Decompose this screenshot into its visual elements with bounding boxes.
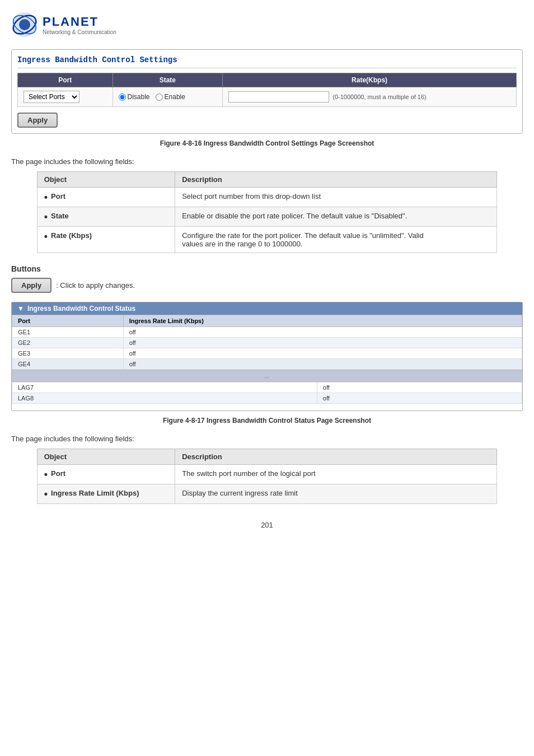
table-row: • Ingress Rate Limit (Kbps) Display the … <box>37 484 497 504</box>
status-col-rate: Ingress Rate Limit (Kbps) <box>123 315 522 327</box>
desc2-ingress-rate-desc: Display the current ingress rate limit <box>175 484 497 504</box>
description1-table: Object Description • Port Select port nu… <box>37 171 498 253</box>
desc1-col-object: Object <box>37 172 175 188</box>
status-rate-ge4: off <box>123 359 522 370</box>
desc2-col-description: Description <box>175 449 497 465</box>
enable-radio-label[interactable]: Enable <box>156 93 185 101</box>
status-port-ge1: GE1 <box>12 327 124 338</box>
status-box-title: Ingress Bandwidth Control Status <box>27 305 135 312</box>
table-row: GE3 off <box>12 348 522 359</box>
figure1-caption-text: Figure 4-8-16 Ingress Bandwidth Control … <box>160 139 374 147</box>
description2-table: Object Description • Port The switch por… <box>37 449 498 504</box>
desc1-rate-line1: Configure the rate for the port policer.… <box>182 231 424 240</box>
table-row: • State Enable or disable the port rate … <box>37 207 497 227</box>
col-header-state: State <box>113 73 223 87</box>
apply-description: : Click to apply changes. <box>56 281 135 290</box>
table-row: GE1 off <box>12 327 522 338</box>
scroll-gap-indicator: ... <box>12 370 522 382</box>
status-port-lag7: LAG7 <box>12 382 317 393</box>
state-cell: Disable Enable <box>113 87 223 107</box>
disable-label: Disable <box>128 93 150 101</box>
disable-radio-label[interactable]: Disable <box>119 93 150 101</box>
col-header-rate: Rate(Kbps) <box>223 73 517 87</box>
object-state-item: • State <box>44 212 168 222</box>
buttons-apply-button[interactable]: Apply <box>11 278 51 293</box>
rate-hint: (0-1000000, must a multiple of 16) <box>332 94 427 100</box>
settings-table: Port State Rate(Kbps) Select Ports GE1 G… <box>17 73 517 107</box>
bullet-icon: • <box>44 469 48 479</box>
status-table-bottom: LAG7 off LAG8 off <box>12 382 522 404</box>
status-table: Port Ingress Rate Limit (Kbps) GE1 off G… <box>12 315 522 370</box>
object-port2-item: • Port <box>44 469 168 479</box>
description1-intro: The page includes the following fields: <box>11 157 523 166</box>
desc1-port-desc: Select port number from this drop-down l… <box>175 188 497 207</box>
status-port-ge3: GE3 <box>12 348 124 359</box>
buttons-section: Buttons Apply : Click to apply changes. <box>11 264 523 293</box>
object-port-label: Port <box>51 192 65 200</box>
status-rate-ge2: off <box>123 338 522 348</box>
table-row: LAG7 off <box>12 382 522 393</box>
page-number: 201 <box>11 521 523 529</box>
object-port-item: • Port <box>44 192 168 202</box>
figure2-caption-text: Figure 4-8-17 Ingress Bandwidth Control … <box>163 417 371 424</box>
status-rate-ge1: off <box>123 327 522 338</box>
bullet-icon: • <box>44 192 48 202</box>
object-ingress-rate-label: Ingress Rate Limit (Kbps) <box>51 489 139 497</box>
rate-input[interactable] <box>228 91 329 102</box>
logo-area: PLANET Networking & Communication <box>11 11 523 38</box>
table-row: • Port The switch port number of the log… <box>37 465 497 484</box>
bullet-icon: • <box>44 489 48 499</box>
col-header-port: Port <box>18 73 113 87</box>
status-port-lag8: LAG8 <box>12 393 317 404</box>
select-ports-dropdown[interactable]: Select Ports GE1 GE2 <box>24 91 79 103</box>
disable-radio[interactable] <box>119 94 126 101</box>
desc1-col-description: Description <box>175 172 497 188</box>
status-port-ge2: GE2 <box>12 338 124 348</box>
svg-point-2 <box>19 19 30 30</box>
description2-intro: The page includes the following fields: <box>11 435 523 443</box>
buttons-desc: Apply : Click to apply changes. <box>11 278 523 293</box>
object-ingress-rate-item: • Ingress Rate Limit (Kbps) <box>44 489 168 499</box>
bullet-icon: • <box>44 231 48 241</box>
enable-radio[interactable] <box>156 94 163 101</box>
buttons-section-title: Buttons <box>11 264 523 273</box>
status-rate-ge3: off <box>123 348 522 359</box>
object-rate-label: Rate (Kbps) <box>51 231 92 240</box>
figure1-caption: Figure 4-8-16 Ingress Bandwidth Control … <box>11 139 523 147</box>
logo-tagline: Networking & Communication <box>43 29 116 35</box>
status-col-port: Port <box>12 315 124 327</box>
rate-cell: (0-1000000, must a multiple of 16) <box>223 87 517 107</box>
rate-input-wrapper: (0-1000000, must a multiple of 16) <box>228 91 510 102</box>
object-state-label: State <box>51 212 69 220</box>
status-rate-lag8: off <box>317 393 522 404</box>
table-row: GE2 off <box>12 338 522 348</box>
desc2-col-object: Object <box>37 449 175 465</box>
object-rate-item: • Rate (Kbps) <box>44 231 168 241</box>
status-box-header: ▼ Ingress Bandwidth Control Status <box>12 302 522 315</box>
settings-apply-button[interactable]: Apply <box>17 113 58 128</box>
scroll-ellipsis: ... <box>264 372 269 379</box>
settings-box: Ingress Bandwidth Control Settings Port … <box>11 49 523 134</box>
logo-planet: PLANET <box>43 15 116 29</box>
figure2-caption: Figure 4-8-17 Ingress Bandwidth Control … <box>11 417 523 424</box>
bullet-icon: • <box>44 212 48 222</box>
logo-text: PLANET Networking & Communication <box>43 15 116 35</box>
status-rate-lag7: off <box>317 382 522 393</box>
port-cell: Select Ports GE1 GE2 <box>18 87 113 107</box>
status-box: ▼ Ingress Bandwidth Control Status Port … <box>11 302 523 411</box>
status-port-ge4: GE4 <box>12 359 124 370</box>
desc1-rate-desc: Configure the rate for the port policer.… <box>175 227 497 253</box>
desc1-state-desc: Enable or disable the port rate policer.… <box>175 207 497 227</box>
state-radio-group: Disable Enable <box>119 93 217 101</box>
enable-label: Enable <box>165 93 185 101</box>
table-row: GE4 off <box>12 359 522 370</box>
object-port2-label: Port <box>51 469 65 478</box>
table-row: • Rate (Kbps) Configure the rate for the… <box>37 227 497 253</box>
collapse-icon[interactable]: ▼ <box>17 305 24 312</box>
desc2-port-desc: The switch port number of the logical po… <box>175 465 497 484</box>
planet-logo-icon <box>11 11 38 38</box>
desc1-rate-line2: values are in the range 0 to 1000000. <box>182 240 302 248</box>
settings-title: Ingress Bandwidth Control Settings <box>17 55 517 68</box>
table-row: • Port Select port number from this drop… <box>37 188 497 207</box>
table-row: LAG8 off <box>12 393 522 404</box>
